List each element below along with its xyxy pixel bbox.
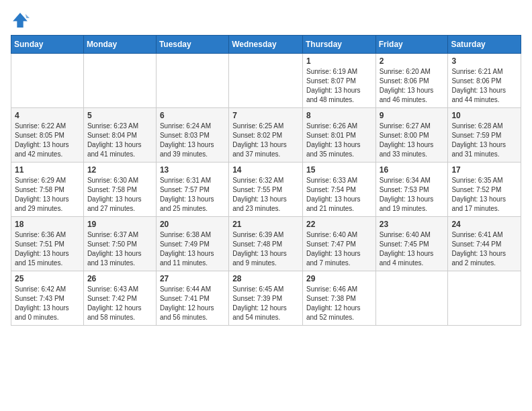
calendar-cell: 17Sunrise: 6:35 AM Sunset: 7:52 PM Dayli… [448, 163, 521, 217]
day-info: Sunrise: 6:21 AM Sunset: 8:06 PM Dayligh… [451, 67, 517, 105]
logo [11, 11, 32, 30]
day-number: 14 [232, 165, 299, 175]
day-header-thursday: Thursday [302, 36, 375, 54]
day-info: Sunrise: 6:27 AM Sunset: 8:00 PM Dayligh… [380, 122, 445, 159]
calendar-cell: 2Sunrise: 6:20 AM Sunset: 8:06 PM Daylig… [375, 54, 448, 108]
calendar-cell [448, 271, 521, 326]
day-number: 12 [87, 165, 152, 175]
day-number: 26 [87, 274, 152, 283]
day-info: Sunrise: 6:42 AM Sunset: 7:43 PM Dayligh… [15, 285, 80, 322]
day-info: Sunrise: 6:22 AM Sunset: 8:05 PM Dayligh… [15, 122, 80, 159]
day-header-saturday: Saturday [448, 36, 521, 54]
day-number: 1 [306, 56, 372, 66]
calendar-cell: 20Sunrise: 6:38 AM Sunset: 7:49 PM Dayli… [156, 217, 228, 271]
day-number: 6 [160, 111, 225, 120]
calendar-cell [375, 271, 448, 326]
day-info: Sunrise: 6:29 AM Sunset: 7:58 PM Dayligh… [15, 176, 80, 214]
calendar-cell: 11Sunrise: 6:29 AM Sunset: 7:58 PM Dayli… [11, 163, 84, 217]
calendar-week-row: 25Sunrise: 6:42 AM Sunset: 7:43 PM Dayli… [11, 271, 521, 326]
calendar-cell: 28Sunrise: 6:45 AM Sunset: 7:39 PM Dayli… [229, 271, 303, 326]
day-info: Sunrise: 6:32 AM Sunset: 7:55 PM Dayligh… [232, 176, 299, 214]
calendar-cell: 14Sunrise: 6:32 AM Sunset: 7:55 PM Dayli… [229, 163, 303, 217]
day-number: 9 [380, 111, 445, 120]
calendar-cell: 4Sunrise: 6:22 AM Sunset: 8:05 PM Daylig… [11, 108, 84, 163]
day-header-monday: Monday [83, 36, 156, 54]
day-info: Sunrise: 6:23 AM Sunset: 8:04 PM Dayligh… [87, 122, 152, 159]
day-number: 8 [306, 111, 372, 120]
day-number: 22 [306, 220, 372, 229]
calendar-cell: 10Sunrise: 6:28 AM Sunset: 7:59 PM Dayli… [448, 108, 521, 163]
calendar-cell [156, 54, 228, 108]
day-info: Sunrise: 6:24 AM Sunset: 8:03 PM Dayligh… [160, 122, 225, 159]
calendar-cell: 3Sunrise: 6:21 AM Sunset: 8:06 PM Daylig… [448, 54, 521, 108]
svg-marker-1 [26, 14, 30, 18]
day-info: Sunrise: 6:28 AM Sunset: 7:59 PM Dayligh… [451, 122, 517, 159]
day-header-wednesday: Wednesday [229, 36, 303, 54]
calendar-cell [11, 54, 84, 108]
day-info: Sunrise: 6:39 AM Sunset: 7:48 PM Dayligh… [232, 230, 299, 268]
calendar-cell: 23Sunrise: 6:40 AM Sunset: 7:45 PM Dayli… [375, 217, 448, 271]
day-header-tuesday: Tuesday [156, 36, 228, 54]
day-header-friday: Friday [375, 36, 448, 54]
day-info: Sunrise: 6:20 AM Sunset: 8:06 PM Dayligh… [380, 67, 445, 105]
calendar-cell [229, 54, 303, 108]
day-info: Sunrise: 6:26 AM Sunset: 8:01 PM Dayligh… [306, 122, 372, 159]
day-number: 18 [15, 220, 80, 229]
calendar-cell: 13Sunrise: 6:31 AM Sunset: 7:57 PM Dayli… [156, 163, 228, 217]
day-info: Sunrise: 6:37 AM Sunset: 7:50 PM Dayligh… [87, 230, 152, 268]
day-info: Sunrise: 6:19 AM Sunset: 8:07 PM Dayligh… [306, 67, 372, 105]
calendar-week-row: 4Sunrise: 6:22 AM Sunset: 8:05 PM Daylig… [11, 108, 521, 163]
day-number: 3 [451, 56, 517, 66]
calendar-cell: 22Sunrise: 6:40 AM Sunset: 7:47 PM Dayli… [302, 217, 375, 271]
calendar-cell: 29Sunrise: 6:46 AM Sunset: 7:38 PM Dayli… [302, 271, 375, 326]
day-number: 17 [451, 165, 517, 175]
calendar-cell: 1Sunrise: 6:19 AM Sunset: 8:07 PM Daylig… [302, 54, 375, 108]
calendar-header-row: SundayMondayTuesdayWednesdayThursdayFrid… [11, 36, 521, 54]
page-header [11, 11, 521, 30]
calendar-cell: 27Sunrise: 6:44 AM Sunset: 7:41 PM Dayli… [156, 271, 228, 326]
calendar-cell: 5Sunrise: 6:23 AM Sunset: 8:04 PM Daylig… [83, 108, 156, 163]
day-info: Sunrise: 6:35 AM Sunset: 7:52 PM Dayligh… [451, 176, 517, 214]
calendar-week-row: 11Sunrise: 6:29 AM Sunset: 7:58 PM Dayli… [11, 163, 521, 217]
day-number: 5 [87, 111, 152, 120]
calendar-cell: 24Sunrise: 6:41 AM Sunset: 7:44 PM Dayli… [448, 217, 521, 271]
day-number: 23 [380, 220, 445, 229]
day-info: Sunrise: 6:30 AM Sunset: 7:58 PM Dayligh… [87, 176, 152, 214]
day-info: Sunrise: 6:45 AM Sunset: 7:39 PM Dayligh… [232, 285, 299, 322]
calendar-cell: 18Sunrise: 6:36 AM Sunset: 7:51 PM Dayli… [11, 217, 84, 271]
calendar-cell: 12Sunrise: 6:30 AM Sunset: 7:58 PM Dayli… [83, 163, 156, 217]
day-number: 29 [306, 274, 372, 283]
day-number: 13 [160, 165, 225, 175]
day-info: Sunrise: 6:40 AM Sunset: 7:45 PM Dayligh… [380, 230, 445, 268]
day-info: Sunrise: 6:25 AM Sunset: 8:02 PM Dayligh… [232, 122, 299, 159]
calendar-cell: 9Sunrise: 6:27 AM Sunset: 8:00 PM Daylig… [375, 108, 448, 163]
day-number: 21 [232, 220, 299, 229]
calendar-week-row: 1Sunrise: 6:19 AM Sunset: 8:07 PM Daylig… [11, 54, 521, 108]
day-number: 2 [380, 56, 445, 66]
day-info: Sunrise: 6:43 AM Sunset: 7:42 PM Dayligh… [87, 285, 152, 322]
day-number: 27 [160, 274, 225, 283]
day-number: 10 [451, 111, 517, 120]
day-info: Sunrise: 6:36 AM Sunset: 7:51 PM Dayligh… [15, 230, 80, 268]
calendar-cell: 8Sunrise: 6:26 AM Sunset: 8:01 PM Daylig… [302, 108, 375, 163]
logo-icon [11, 11, 30, 30]
day-info: Sunrise: 6:41 AM Sunset: 7:44 PM Dayligh… [451, 230, 517, 268]
day-info: Sunrise: 6:31 AM Sunset: 7:57 PM Dayligh… [160, 176, 225, 214]
calendar-cell [83, 54, 156, 108]
day-number: 25 [15, 274, 80, 283]
day-info: Sunrise: 6:38 AM Sunset: 7:49 PM Dayligh… [160, 230, 225, 268]
calendar-table: SundayMondayTuesdayWednesdayThursdayFrid… [11, 35, 521, 326]
calendar-cell: 21Sunrise: 6:39 AM Sunset: 7:48 PM Dayli… [229, 217, 303, 271]
day-info: Sunrise: 6:46 AM Sunset: 7:38 PM Dayligh… [306, 285, 372, 322]
day-number: 20 [160, 220, 225, 229]
calendar-cell: 25Sunrise: 6:42 AM Sunset: 7:43 PM Dayli… [11, 271, 84, 326]
day-number: 7 [232, 111, 299, 120]
calendar-week-row: 18Sunrise: 6:36 AM Sunset: 7:51 PM Dayli… [11, 217, 521, 271]
day-number: 11 [15, 165, 80, 175]
day-info: Sunrise: 6:34 AM Sunset: 7:53 PM Dayligh… [380, 176, 445, 214]
calendar-cell: 19Sunrise: 6:37 AM Sunset: 7:50 PM Dayli… [83, 217, 156, 271]
day-number: 24 [451, 220, 517, 229]
svg-marker-0 [13, 13, 28, 28]
day-info: Sunrise: 6:33 AM Sunset: 7:54 PM Dayligh… [306, 176, 372, 214]
day-info: Sunrise: 6:40 AM Sunset: 7:47 PM Dayligh… [306, 230, 372, 268]
